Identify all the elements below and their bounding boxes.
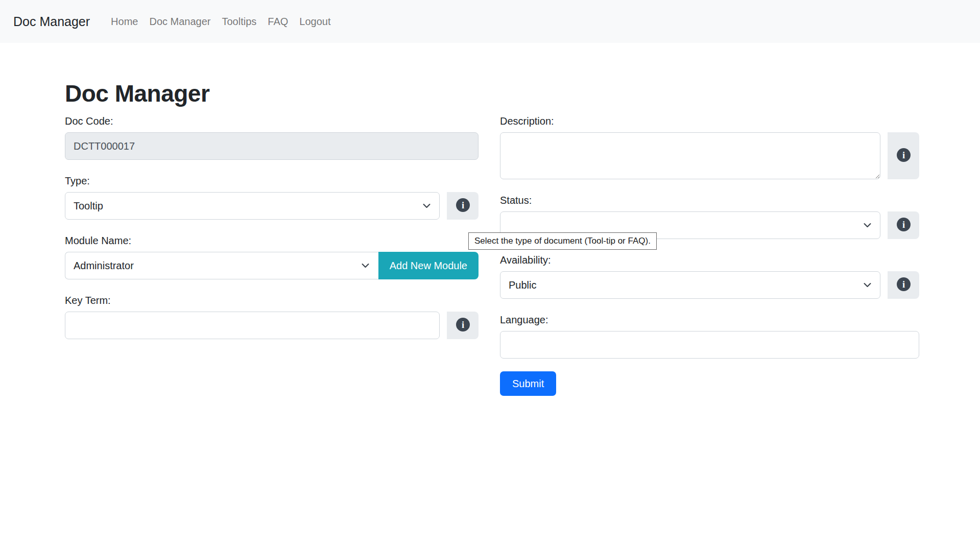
type-tooltip: Select the type of document (Tool-tip or… (468, 232, 657, 250)
add-new-module-button[interactable]: Add New Module (378, 252, 479, 279)
nav-link-faq[interactable]: FAQ (262, 12, 294, 32)
key-term-group: Key Term: i (65, 295, 479, 339)
nav-link-logout[interactable]: Logout (294, 12, 336, 32)
submit-button[interactable]: Submit (500, 371, 556, 396)
description-label: Description: (500, 115, 919, 127)
description-group: Description: i (500, 115, 919, 179)
doc-code-label: Doc Code: (65, 115, 479, 127)
module-name-select[interactable]: Administrator (65, 252, 378, 279)
key-term-input[interactable] (65, 312, 440, 339)
module-name-label: Module Name: (65, 235, 479, 247)
info-icon: i (897, 218, 911, 233)
status-label: Status: (500, 195, 919, 206)
svg-text:i: i (902, 279, 904, 290)
form-right-column: Description: i Status: (500, 115, 919, 396)
nav-link-home[interactable]: Home (105, 12, 144, 32)
info-icon: i (897, 148, 911, 163)
navbar-links: Home Doc Manager Tooltips FAQ Logout (105, 12, 336, 32)
description-textarea[interactable] (500, 132, 880, 179)
type-group: Type: Tooltip i (65, 175, 479, 220)
type-label: Type: (65, 175, 479, 187)
status-info-button[interactable]: i (888, 211, 919, 239)
description-info-button[interactable]: i (888, 132, 919, 179)
language-label: Language: (500, 314, 919, 326)
type-info-button[interactable]: i (447, 192, 479, 220)
key-term-label: Key Term: (65, 295, 479, 306)
language-input[interactable] (500, 331, 919, 359)
key-term-info-button[interactable]: i (447, 312, 479, 339)
svg-text:i: i (461, 319, 464, 330)
type-select[interactable]: Tooltip (65, 192, 440, 220)
availability-info-button[interactable]: i (888, 271, 919, 299)
doc-form: Doc Code: Type: Tooltip (65, 115, 919, 396)
availability-label: Availability: (500, 254, 919, 266)
info-icon: i (456, 198, 470, 214)
svg-text:i: i (902, 150, 904, 160)
doc-code-input[interactable] (65, 132, 479, 160)
svg-text:i: i (902, 219, 904, 230)
availability-select[interactable]: Public (500, 271, 880, 299)
nav-link-doc-manager[interactable]: Doc Manager (144, 12, 216, 32)
language-group: Language: (500, 314, 919, 359)
info-icon: i (897, 277, 911, 293)
nav-link-tooltips[interactable]: Tooltips (217, 12, 262, 32)
navbar: Doc Manager Home Doc Manager Tooltips FA… (0, 0, 980, 43)
svg-text:i: i (461, 200, 464, 210)
availability-group: Availability: Public i (500, 254, 919, 299)
doc-code-group: Doc Code: (65, 115, 479, 160)
navbar-brand[interactable]: Doc Manager (13, 14, 90, 29)
form-left-column: Doc Code: Type: Tooltip (65, 115, 479, 354)
info-icon: i (456, 318, 470, 333)
page-title: Doc Manager (65, 80, 919, 107)
module-name-group: Module Name: Administrator Add New Modul… (65, 235, 479, 279)
